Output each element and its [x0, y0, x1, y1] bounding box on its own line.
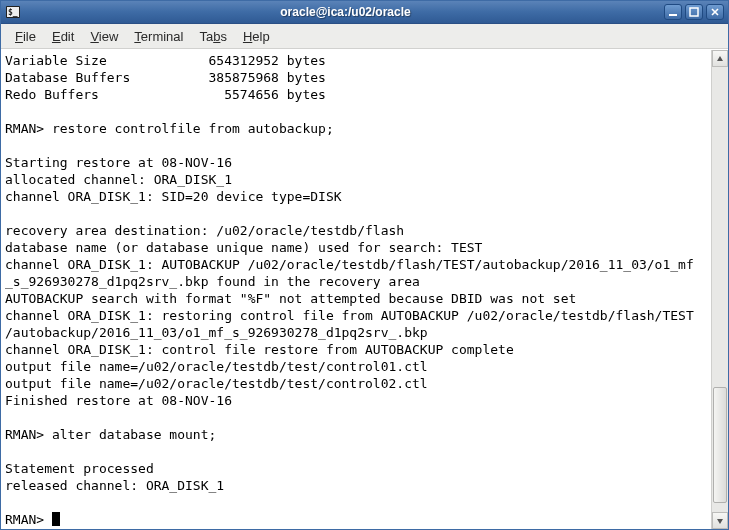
menu-edit[interactable]: Edit [44, 26, 82, 47]
menu-tabs[interactable]: Tabs [191, 26, 234, 47]
menu-view[interactable]: View [82, 26, 126, 47]
minimize-button[interactable] [664, 4, 682, 20]
menu-help[interactable]: Help [235, 26, 278, 47]
menu-file[interactable]: File [7, 26, 44, 47]
svg-text:$_: $_ [8, 8, 18, 17]
svg-rect-3 [669, 14, 677, 16]
window-controls [664, 4, 724, 20]
terminal-output[interactable]: Variable Size 654312952 bytes Database B… [1, 50, 711, 529]
terminal-cursor [52, 512, 60, 526]
close-button[interactable] [706, 4, 724, 20]
titlebar: $_ oracle@ica:/u02/oracle [1, 1, 728, 24]
scroll-thumb[interactable] [713, 387, 727, 503]
svg-marker-7 [717, 56, 723, 61]
maximize-button[interactable] [685, 4, 703, 20]
app-icon: $_ [5, 4, 21, 20]
svg-marker-8 [717, 519, 723, 524]
menu-terminal[interactable]: Terminal [126, 26, 191, 47]
menubar: File Edit View Terminal Tabs Help [1, 24, 728, 49]
terminal-window: $_ oracle@ica:/u02/oracle File Edit View… [0, 0, 729, 530]
window-title: oracle@ica:/u02/oracle [27, 5, 664, 19]
scroll-up-button[interactable] [712, 50, 728, 67]
scroll-track[interactable] [712, 67, 728, 512]
scroll-down-button[interactable] [712, 512, 728, 529]
scrollbar [711, 50, 728, 529]
svg-rect-4 [690, 8, 698, 16]
terminal-area: Variable Size 654312952 bytes Database B… [1, 49, 728, 529]
